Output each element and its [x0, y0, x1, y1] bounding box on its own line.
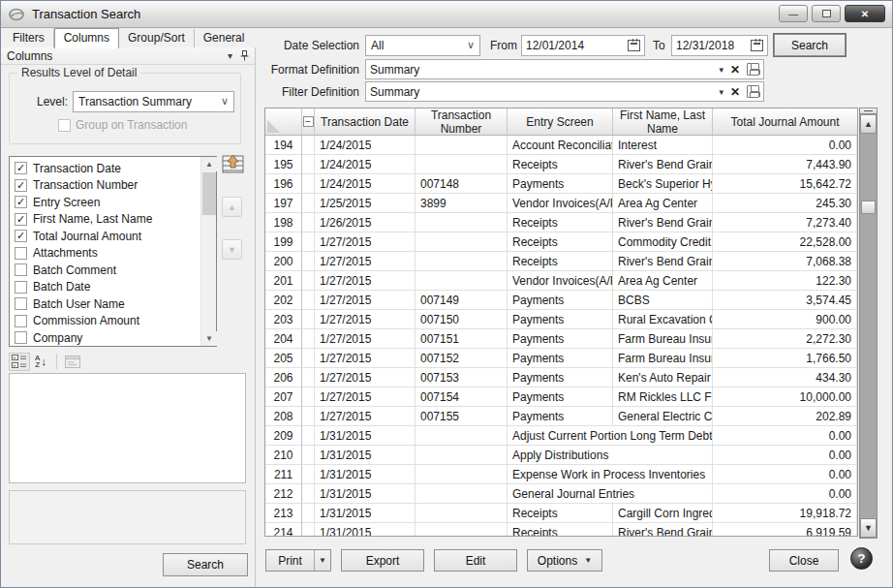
cell-total-journal-amount[interactable]: 6,919.59: [713, 523, 857, 537]
row-indicator[interactable]: [302, 504, 315, 523]
row-number[interactable]: 214: [265, 523, 302, 537]
cell-transaction-number[interactable]: 007150: [416, 310, 508, 329]
print-button[interactable]: Print: [266, 550, 314, 571]
row-number[interactable]: 210: [265, 446, 302, 465]
header-total-journal-amount[interactable]: Total Journal Amount: [713, 108, 857, 135]
checkbox[interactable]: [15, 331, 27, 344]
row-number[interactable]: 208: [265, 407, 302, 426]
cell-entry-screen[interactable]: Receipts: [508, 155, 613, 174]
header-transaction-number[interactable]: Transaction Number: [416, 108, 508, 135]
table-row-209[interactable]: 2091/31/2015Adjust Current Portion Long …: [265, 426, 857, 446]
row-indicator[interactable]: [302, 232, 315, 252]
cell-first-last-name[interactable]: Rural Excavation Compa: [613, 310, 713, 329]
cell-total-journal-amount[interactable]: 3,574.45: [713, 291, 857, 310]
clear-icon[interactable]: ✕: [730, 85, 740, 99]
cell-first-last-name[interactable]: Area Ag Center: [613, 194, 713, 213]
calendar-icon[interactable]: [751, 40, 763, 51]
to-date-input[interactable]: 12/31/2018: [671, 35, 768, 56]
cell-first-last-name[interactable]: Beck's Superior Hybrids: [613, 174, 713, 194]
table-row-196[interactable]: 1961/24/2015007148PaymentsBeck's Superio…: [265, 174, 857, 194]
cell-transaction-number[interactable]: [416, 504, 508, 523]
table-row-213[interactable]: 2131/31/2015ReceiptsCargill Corn Ingredi…: [265, 504, 857, 523]
column-option-batch-user-name[interactable]: Batch User Name: [15, 295, 199, 313]
table-row-211[interactable]: 2111/31/2015Expense Work in Process Inve…: [265, 465, 857, 484]
search-button[interactable]: Search: [774, 34, 846, 56]
cell-entry-screen[interactable]: Receipts: [508, 213, 613, 232]
cell-total-journal-amount[interactable]: 7,273.40: [713, 213, 857, 232]
scroll-up-icon[interactable]: ▲: [201, 157, 217, 171]
row-indicator[interactable]: [302, 329, 315, 349]
scroll-down-icon[interactable]: ▼: [201, 331, 217, 346]
cell-first-last-name[interactable]: Interest: [613, 136, 713, 155]
dropdown-arrow-icon[interactable]: ▾: [719, 87, 724, 97]
cell-total-journal-amount[interactable]: 10,000.00: [713, 387, 857, 407]
row-indicator[interactable]: [302, 271, 315, 291]
header-transaction-date[interactable]: Transaction Date: [315, 108, 416, 135]
close-button[interactable]: Close: [769, 549, 839, 572]
cell-transaction-date[interactable]: 1/27/2015: [315, 232, 416, 252]
cell-total-journal-amount[interactable]: 900.00: [713, 310, 857, 329]
cell-transaction-date[interactable]: 1/27/2015: [315, 252, 416, 271]
row-number[interactable]: 201: [265, 271, 302, 291]
table-row-206[interactable]: 2061/27/2015007153PaymentsKen's Auto Rep…: [265, 368, 857, 387]
column-option-commission-amount[interactable]: Commission Amount: [15, 313, 199, 330]
cell-total-journal-amount[interactable]: 0.00: [713, 136, 857, 155]
table-row-200[interactable]: 2001/27/2015ReceiptsRiver's Bend Grain C…: [265, 252, 857, 271]
cell-transaction-number[interactable]: [416, 155, 508, 174]
cell-first-last-name[interactable]: Ken's Auto Repair: [613, 368, 713, 387]
cell-transaction-number[interactable]: 007155: [416, 407, 508, 426]
cell-total-journal-amount[interactable]: 22,528.00: [713, 232, 857, 252]
clear-icon[interactable]: ✕: [730, 63, 740, 77]
cell-transaction-number[interactable]: [416, 232, 508, 252]
cell-transaction-date[interactable]: 1/24/2015: [315, 136, 416, 155]
cell-first-last-name[interactable]: Farm Bureau Insurance: [613, 349, 713, 368]
cell-transaction-date[interactable]: 1/27/2015: [315, 349, 416, 368]
row-number[interactable]: 197: [265, 194, 302, 213]
table-scrollbar[interactable]: ▲ ▼: [859, 108, 878, 539]
table-row-208[interactable]: 2081/27/2015007155PaymentsGeneral Electr…: [265, 407, 857, 426]
tab-group-sort[interactable]: Group/Sort: [119, 29, 195, 47]
cell-transaction-date[interactable]: 1/31/2015: [315, 484, 416, 504]
table-row-205[interactable]: 2051/27/2015007152PaymentsFarm Bureau In…: [265, 349, 857, 368]
calendar-icon[interactable]: [628, 40, 640, 51]
column-option-batch-comment[interactable]: Batch Comment: [15, 262, 199, 279]
row-indicator[interactable]: [302, 349, 315, 368]
cell-transaction-number[interactable]: [416, 484, 508, 504]
sort-alphabetical-icon[interactable]: AZ ↓: [30, 353, 51, 371]
restore-button[interactable]: [812, 5, 841, 22]
row-indicator[interactable]: [302, 291, 315, 310]
cell-total-journal-amount[interactable]: 122.30: [713, 271, 857, 291]
header-first-last-name[interactable]: First Name, Last Name: [613, 108, 713, 135]
left-search-button[interactable]: Search: [163, 553, 248, 576]
cell-first-last-name[interactable]: RM Rickles LLC Futures: [613, 387, 713, 407]
cell-transaction-date[interactable]: 1/27/2015: [315, 271, 416, 291]
row-indicator[interactable]: [302, 194, 315, 213]
cell-transaction-date[interactable]: 1/27/2015: [315, 310, 416, 329]
row-indicator[interactable]: [302, 155, 315, 174]
cell-entry-screen[interactable]: Vendor Invoices(A/P): [508, 271, 613, 291]
cell-entry-screen[interactable]: Payments: [508, 310, 613, 329]
row-indicator[interactable]: [302, 368, 315, 387]
cell-transaction-number[interactable]: 007153: [416, 368, 508, 387]
cell-transaction-number[interactable]: 007152: [416, 349, 508, 368]
cell-total-journal-amount[interactable]: 434.30: [713, 368, 857, 387]
row-number[interactable]: 196: [265, 174, 302, 194]
row-indicator[interactable]: [302, 446, 315, 465]
checkbox[interactable]: ✓: [15, 179, 27, 192]
cell-transaction-number[interactable]: 007148: [416, 174, 508, 194]
table-row-210[interactable]: 2101/31/2015Apply Distributions0.00: [265, 446, 857, 465]
chevron-down-icon[interactable]: ▾: [228, 50, 232, 61]
checkbox[interactable]: [15, 247, 27, 260]
table-row-204[interactable]: 2041/27/2015007151PaymentsFarm Bureau In…: [265, 329, 857, 349]
cell-first-last-name[interactable]: River's Bend Grain Comp: [613, 523, 713, 537]
scroll-down-icon[interactable]: ▼: [860, 518, 877, 538]
cell-transaction-number[interactable]: [416, 213, 508, 232]
cell-entry-screen[interactable]: Receipts: [508, 232, 613, 252]
options-button[interactable]: Options ▼: [527, 549, 602, 572]
collapse-icon[interactable]: −: [303, 116, 314, 127]
cell-total-journal-amount[interactable]: 0.00: [713, 426, 857, 446]
row-indicator[interactable]: [302, 136, 315, 155]
cell-transaction-date[interactable]: 1/26/2015: [315, 213, 416, 232]
table-row-201[interactable]: 2011/27/2015Vendor Invoices(A/P)Area Ag …: [265, 271, 857, 291]
cell-entry-screen[interactable]: Payments: [508, 329, 613, 349]
